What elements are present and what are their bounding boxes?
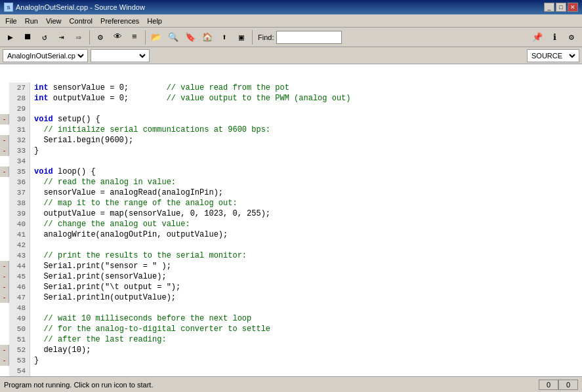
status-col1: 0 [539, 380, 558, 390]
menu-run[interactable]: Run [21, 16, 42, 26]
code-line: 40 // change the analog out value: [0, 219, 582, 229]
menu-control[interactable]: Control [66, 16, 96, 26]
pin-button[interactable]: 📌 [530, 29, 545, 45]
line-number: 39 [9, 208, 30, 219]
bookmark-button[interactable]: 🔖 [182, 29, 198, 45]
app-icon: S [4, 3, 13, 12]
stop-button[interactable]: ⏹ [20, 29, 35, 45]
search-button[interactable]: 🔍 [165, 29, 181, 45]
line-code: analogWrite(analogOutPin, outputValue); [30, 229, 582, 240]
home-button[interactable]: 🏠 [199, 29, 215, 45]
function-selector[interactable] [91, 49, 150, 62]
line-code: // after the last reading: [30, 334, 582, 345]
line-code: outputValue = map(sensorValue, 0, 1023, … [30, 208, 582, 219]
status-message: Program not running. Click on run icon t… [4, 381, 153, 389]
file-selector[interactable]: AnalogInOutSerial.cp [3, 49, 88, 62]
line-number: 45 [9, 271, 30, 282]
line-number: 41 [9, 229, 30, 240]
code-line: -45 Serial.print(sensorValue); [0, 271, 582, 282]
open-button[interactable]: 📂 [148, 29, 164, 45]
settings-button[interactable]: ⚙ [564, 29, 579, 45]
code-line: 51 // after the last reading: [0, 334, 582, 345]
line-code: // change the analog out value: [30, 219, 582, 229]
line-marker: - [0, 345, 9, 355]
restart-button[interactable]: ↺ [37, 29, 52, 45]
find-section: Find: [258, 31, 342, 44]
code-line: 48 [0, 303, 582, 313]
file-select[interactable]: AnalogInOutSerial.cp [5, 51, 86, 60]
step-button[interactable]: ⇥ [54, 29, 70, 45]
source-select[interactable]: SOURCE [529, 51, 577, 60]
line-number: 43 [9, 250, 30, 261]
menu-help[interactable]: Help [143, 16, 166, 26]
line-number: 37 [9, 187, 30, 198]
up-button[interactable]: ⬆ [217, 29, 232, 45]
menu-file[interactable]: File [1, 16, 21, 26]
code-line: -46 Serial.print("\t output = "); [0, 282, 582, 292]
debug-button[interactable]: ⚙ [93, 29, 108, 45]
line-number: 32 [9, 135, 30, 146]
source-selector[interactable]: SOURCE [527, 49, 579, 62]
line-code: // print the results to the serial monit… [30, 250, 582, 261]
line-number: 30 [9, 114, 30, 125]
toolbar2: AnalogInOutSerial.cp SOURCE [0, 47, 582, 64]
maximize-button[interactable]: □ [556, 3, 566, 12]
terminal-button[interactable]: ▣ [234, 29, 249, 45]
line-code: Serial.print("sensor = " ); [30, 261, 582, 271]
code-line: 29 [0, 104, 582, 114]
line-number: 34 [9, 156, 30, 167]
code-line: 54 [0, 366, 582, 376]
line-code: } [30, 355, 582, 366]
line-number: 46 [9, 282, 30, 292]
line-number: 52 [9, 345, 30, 355]
line-marker: - [0, 282, 9, 292]
code-line: 42 [0, 240, 582, 250]
stack-button[interactable]: ≡ [127, 29, 142, 45]
line-number: 36 [9, 177, 30, 187]
func-select[interactable] [93, 51, 148, 60]
line-code: int sensorValue = 0; // value read from … [30, 83, 582, 93]
toolbar-separator-1 [89, 30, 90, 45]
info-button[interactable]: ℹ [547, 29, 562, 45]
code-line: 39 outputValue = map(sensorValue, 0, 102… [0, 208, 582, 219]
code-line: -33} [0, 146, 582, 156]
line-marker: - [0, 167, 9, 177]
close-button[interactable]: ✕ [568, 3, 578, 12]
code-line: -44 Serial.print("sensor = " ); [0, 261, 582, 271]
code-area: 27int sensorValue = 0; // value read fro… [0, 64, 582, 376]
line-number: 35 [9, 167, 30, 177]
code-line: 41 analogWrite(analogOutPin, outputValue… [0, 229, 582, 240]
line-number: 28 [9, 93, 30, 104]
line-code: int outputValue = 0; // value output to … [30, 93, 582, 104]
line-code: delay(10); [30, 345, 582, 355]
code-container: 27int sensorValue = 0; // value read fro… [0, 64, 582, 376]
line-number: 29 [9, 104, 30, 114]
line-number: 31 [9, 125, 30, 135]
menu-view[interactable]: View [42, 16, 66, 26]
code-line: -30void setup() { [0, 114, 582, 125]
code-line: 28int outputValue = 0; // value output t… [0, 93, 582, 104]
line-number: 53 [9, 355, 30, 366]
step2-button[interactable]: ⇨ [71, 29, 87, 45]
line-code: // initialize serial communications at 9… [30, 125, 582, 135]
code-line: 49 // wait 10 milliseconds before the ne… [0, 313, 582, 324]
window-title: AnalogInOutSerial.cpp - Source Window [16, 3, 145, 11]
title-bar: S AnalogInOutSerial.cpp - Source Window … [0, 0, 582, 14]
code-scroll[interactable]: 27int sensorValue = 0; // value read fro… [0, 64, 582, 376]
line-marker: - [0, 271, 9, 282]
menu-preferences[interactable]: Preferences [96, 16, 143, 26]
line-code: Serial.print(sensorValue); [30, 271, 582, 282]
code-line: 31 // initialize serial communications a… [0, 125, 582, 135]
line-code: // for the analog-to-digital converter t… [30, 324, 582, 334]
line-code: // wait 10 milliseconds before the next … [30, 313, 582, 324]
code-line: 38 // map it to the range of the analog … [0, 198, 582, 208]
line-code: void setup() { [30, 114, 582, 125]
code-line: -47 Serial.println(outputValue); [0, 292, 582, 303]
line-code: // read the analog in value: [30, 177, 582, 187]
minimize-button[interactable]: _ [544, 3, 554, 12]
line-code: Serial.println(outputValue); [30, 292, 582, 303]
run-button[interactable]: ▶ [3, 29, 18, 45]
find-input[interactable] [276, 31, 342, 44]
watch-button[interactable]: 👁 [110, 29, 125, 45]
code-line: 37 sensorValue = analogRead(analogInPin)… [0, 187, 582, 198]
